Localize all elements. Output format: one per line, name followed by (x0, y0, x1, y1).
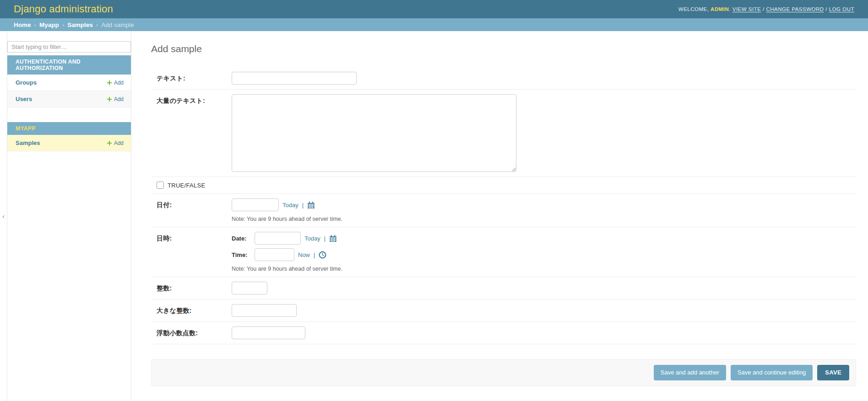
datetime-today-link[interactable]: Today (304, 235, 320, 242)
integer-field-label: 整数: (157, 282, 232, 293)
date-widget: Today | (232, 198, 342, 222)
samples-link[interactable]: Samples (16, 139, 40, 146)
true-false-checkbox[interactable] (157, 182, 164, 189)
datetime-time-input[interactable] (255, 248, 294, 261)
nav-sidebar: AUTHENTICATION AND AUTHORIZATION Groups … (7, 31, 131, 401)
form-row-datetime: 日時: Date: Today | (151, 227, 856, 277)
clock-icon[interactable] (319, 251, 326, 259)
big-integer-input[interactable] (232, 304, 297, 317)
breadcrumb: Home › Myapp › Samples › Add sample (0, 18, 868, 31)
plus-icon (107, 140, 112, 146)
groups-link[interactable]: Groups (16, 79, 37, 86)
text-field-input[interactable] (232, 72, 357, 85)
add-sample-link[interactable]: Add (107, 140, 124, 146)
add-user-link[interactable]: Add (107, 96, 124, 102)
plus-icon (107, 80, 112, 86)
chevron-left-icon: ‹ (2, 213, 5, 220)
datetime-widget: Date: Today | (232, 232, 342, 272)
users-link[interactable]: Users (16, 96, 32, 102)
user-tools-separator: / (825, 6, 827, 12)
shortcut-separator: | (302, 202, 304, 209)
sidebar-item-users[interactable]: Users Add (7, 91, 131, 107)
big-integer-field-label: 大きな整数: (157, 304, 232, 315)
timezone-note: Note: You are 9 hours ahead of server ti… (232, 266, 342, 272)
timezone-note: Note: You are 9 hours ahead of server ti… (232, 216, 342, 222)
calendar-icon[interactable] (329, 235, 337, 242)
breadcrumb-separator: › (96, 21, 98, 28)
form-row-float: 浮動小数点数: (151, 322, 856, 344)
datetime-time-sublabel: Time: (232, 251, 251, 258)
view-site-link[interactable]: VIEW SITE (732, 6, 761, 12)
user-tools-separator: / (763, 6, 765, 12)
sidebar-section-caption: MYAPP (7, 122, 131, 135)
date-input[interactable] (232, 198, 279, 211)
add-group-link[interactable]: Add (107, 80, 124, 86)
sidebar-filter-input[interactable] (7, 41, 131, 53)
datetime-now-link[interactable]: Now (298, 251, 310, 258)
form-row-big-integer: 大きな整数: (151, 299, 856, 322)
user-tools: WELCOME, ADMIN. VIEW SITE / CHANGE PASSW… (678, 6, 854, 12)
main-content: Add sample テキスト: 大量のテキスト: TRUE/FALSE 日付: (131, 31, 868, 401)
sidebar-item-samples[interactable]: Samples Add (7, 135, 131, 151)
large-text-field-textarea[interactable] (232, 94, 516, 172)
breadcrumb-myapp[interactable]: Myapp (39, 21, 59, 28)
date-today-link[interactable]: Today (282, 202, 298, 209)
form-row-integer: 整数: (151, 277, 856, 299)
true-false-label: TRUE/FALSE (168, 182, 205, 189)
calendar-icon[interactable] (307, 201, 315, 209)
username: ADMIN (711, 6, 729, 12)
save-button[interactable]: SAVE (817, 365, 849, 380)
sidebar-module-auth: AUTHENTICATION AND AUTHORIZATION Groups … (7, 55, 131, 107)
plus-icon (107, 96, 112, 102)
sidebar-item-groups[interactable]: Groups Add (7, 75, 131, 91)
large-text-field-label: 大量のテキスト: (157, 94, 232, 105)
page-title: Add sample (151, 43, 856, 54)
site-title[interactable]: Django administration (14, 3, 113, 15)
breadcrumb-separator: › (62, 21, 65, 28)
form-row-date: 日付: Today | (151, 194, 856, 227)
form-row-large-text: 大量のテキスト: (151, 90, 856, 177)
breadcrumb-samples[interactable]: Samples (67, 21, 93, 28)
sidebar-toggle-button[interactable]: ‹ (0, 31, 7, 401)
text-field-label: テキスト: (157, 72, 232, 83)
float-input[interactable] (232, 326, 305, 339)
shortcut-separator: | (314, 251, 315, 258)
log-out-link[interactable]: LOG OUT (829, 6, 854, 12)
breadcrumb-home[interactable]: Home (14, 21, 31, 28)
form-row-boolean: TRUE/FALSE (151, 177, 856, 194)
save-and-add-another-button[interactable]: Save and add another (654, 365, 726, 380)
add-link-label: Add (114, 140, 124, 146)
breadcrumb-current: Add sample (101, 21, 134, 28)
sidebar-section-caption: AUTHENTICATION AND AUTHORIZATION (7, 55, 131, 75)
add-sample-form: テキスト: 大量のテキスト: TRUE/FALSE 日付: Today (151, 67, 856, 386)
date-field-label: 日付: (157, 198, 232, 209)
datetime-date-input[interactable] (255, 232, 301, 245)
shortcut-separator: | (324, 235, 326, 242)
add-link-label: Add (114, 80, 124, 86)
datetime-field-label: 日時: (157, 232, 232, 243)
datetime-date-sublabel: Date: (232, 235, 251, 242)
integer-input[interactable] (232, 282, 267, 294)
welcome-text: WELCOME, (678, 6, 709, 12)
app-header: Django administration WELCOME, ADMIN. VI… (0, 0, 868, 18)
save-and-continue-button[interactable]: Save and continue editing (731, 365, 813, 380)
sidebar-module-myapp: MYAPP Samples Add (7, 122, 131, 151)
change-password-link[interactable]: CHANGE PASSWORD (766, 6, 824, 12)
breadcrumb-separator: › (34, 21, 37, 28)
float-field-label: 浮動小数点数: (157, 326, 232, 337)
add-link-label: Add (114, 96, 124, 102)
form-row-text: テキスト: (151, 67, 856, 90)
submit-row: Save and add another Save and continue e… (151, 359, 856, 386)
welcome-period: . (729, 6, 731, 12)
